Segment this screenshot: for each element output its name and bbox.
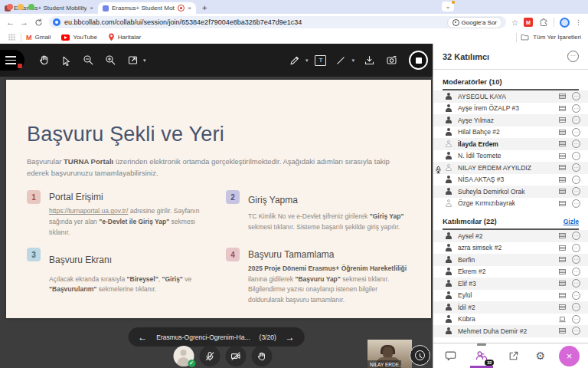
attendee-avatar-icon xyxy=(445,327,452,335)
line-shape-tool[interactable] xyxy=(333,53,348,68)
snapshot-tool[interactable] xyxy=(384,53,399,68)
camera-off-button[interactable] xyxy=(225,346,246,366)
video-thumbnail[interactable]: NILAY ERDE... xyxy=(368,340,412,368)
extensions-puzzle-icon[interactable] xyxy=(538,18,548,28)
bookmark-star-icon[interactable]: ☆ xyxy=(511,18,518,27)
attendee-row[interactable]: NİSA AKTAŞ #3⋯ xyxy=(433,174,588,186)
apps-grid-icon[interactable] xyxy=(7,33,16,42)
attendee-row[interactable]: Aysel #2⋯ xyxy=(433,230,588,242)
close-panel-button[interactable]: × xyxy=(559,346,580,366)
attendee-controls-icon[interactable]: ⋯ xyxy=(572,232,580,240)
attendee-row[interactable]: N. İdil Teomete⋯ xyxy=(433,150,588,163)
settings-tab[interactable]: ⚙ xyxy=(532,347,549,364)
attendee-row[interactable]: İlayda Erdem⋯ xyxy=(433,138,588,150)
attendees-tab-active[interactable]: 32 xyxy=(469,343,495,368)
zoom-out-tool[interactable] xyxy=(80,53,96,68)
attendee-controls-icon[interactable]: ⋯ xyxy=(572,327,580,335)
attendee-row[interactable]: İdil #2⋯ xyxy=(433,301,588,314)
forward-icon[interactable]: → xyxy=(20,18,28,27)
attendee-controls-icon[interactable]: ⋯ xyxy=(572,187,580,196)
previous-slide-icon[interactable]: ← xyxy=(138,332,147,343)
attendee-name: Suheyla Demirkol Orak xyxy=(458,188,552,196)
video-thumbnail-label: NILAY ERDE... xyxy=(368,360,401,368)
attendee-controls-icon[interactable]: ⋯ xyxy=(572,303,580,311)
profile-avatar[interactable] xyxy=(560,18,570,28)
all-bookmarks[interactable]: Tüm Yer İşaretleri xyxy=(516,33,581,42)
attendee-controls-icon[interactable]: ⋯ xyxy=(572,152,580,160)
window-controls[interactable] xyxy=(7,4,34,10)
pencil-tool[interactable] xyxy=(287,53,302,68)
deck-filename[interactable]: Erasmus-Ogrenci-Ogrenim-Ha... xyxy=(156,334,250,341)
next-slide-icon[interactable]: → xyxy=(286,332,295,343)
recording-stop-button[interactable] xyxy=(409,51,428,70)
bookmark-youtube[interactable]: YouTube xyxy=(61,34,96,41)
pointer-tool[interactable] xyxy=(58,53,74,68)
attendee-row[interactable]: Hilal Bahçe #2⋯ xyxy=(433,127,588,139)
attendee-row[interactable]: Mehmet Duha Demir #2⋯ xyxy=(433,325,588,337)
minimize-window-button[interactable] xyxy=(18,4,24,10)
close-window-button[interactable] xyxy=(7,4,13,10)
attendee-row[interactable]: Suheyla Demirkol Orak⋯ xyxy=(433,186,588,198)
new-tab-button[interactable]: + xyxy=(202,3,207,12)
bookmark-maps[interactable]: Haritalar xyxy=(108,33,141,41)
attendee-controls-icon[interactable]: ⋯ xyxy=(572,104,580,113)
attendee-controls-icon[interactable]: ⋯ xyxy=(572,128,580,136)
attendee-row[interactable]: Elif #3⋯ xyxy=(433,278,588,290)
my-status-avatar-button[interactable]: ✓ xyxy=(173,346,194,366)
url-text[interactable]: eu.bbcollab.com/collab/ui/session/join/6… xyxy=(64,18,443,26)
address-bar[interactable]: eu.bbcollab.com/collab/ui/session/join/6… xyxy=(49,16,506,28)
attendee-row[interactable]: NILAY ERDEM AYYILDIZ⋯ xyxy=(433,162,588,174)
session-menu-button[interactable] xyxy=(0,50,24,71)
session-timer-button[interactable] xyxy=(410,345,430,366)
text-tool[interactable]: T xyxy=(315,55,326,66)
back-icon[interactable]: ← xyxy=(6,18,15,27)
tab-search-chevron-icon[interactable]: ⌄ xyxy=(442,2,454,12)
zoom-in-tool[interactable] xyxy=(103,53,118,68)
attendee-row[interactable]: Ekrem #2⋯ xyxy=(433,266,588,278)
share-content-tab[interactable] xyxy=(505,347,522,364)
attendee-controls-icon[interactable]: ⋯ xyxy=(572,291,580,300)
reload-icon[interactable] xyxy=(34,18,44,28)
raise-hand-button[interactable] xyxy=(251,346,272,366)
pencil-options-caret-icon[interactable]: ▾ xyxy=(305,58,309,64)
attendee-row[interactable]: Ayşe İrem ÖZALP #3⋯ xyxy=(433,103,588,115)
shapes-caret-icon[interactable]: ▾ xyxy=(351,58,354,64)
browser-tab-2-active[interactable]: Erasmus+ Student Mobili × xyxy=(98,2,196,14)
microphone-muted-button[interactable] xyxy=(199,346,220,366)
chat-tab[interactable] xyxy=(442,347,459,364)
attendee-controls-icon[interactable]: ⋯ xyxy=(572,244,580,252)
panel-handle xyxy=(477,343,486,346)
download-tool[interactable] xyxy=(361,53,377,68)
attendee-controls-icon[interactable]: ⋯ xyxy=(572,279,580,288)
attendee-row[interactable]: Kübra⋯ xyxy=(433,314,588,326)
hide-link[interactable]: Gizle xyxy=(564,218,579,225)
attendee-controls-icon[interactable]: ⋯ xyxy=(572,315,580,324)
participants-options-icon[interactable]: ⋯ xyxy=(567,51,579,62)
close-tab-icon[interactable]: × xyxy=(188,5,191,12)
attendee-row[interactable]: Eylül⋯ xyxy=(433,290,588,302)
attendee-controls-icon[interactable]: ⋯ xyxy=(572,116,580,124)
attendee-row[interactable]: Ayşe Yılmaz⋯ xyxy=(433,114,588,127)
attendee-row[interactable]: AYSEGUL KAYA⋯ xyxy=(433,90,588,103)
attendee-controls-icon[interactable]: ⋯ xyxy=(572,176,580,184)
close-tab-icon[interactable]: × xyxy=(90,5,93,12)
pan-hand-tool[interactable] xyxy=(36,53,51,68)
extension-icon[interactable]: M xyxy=(524,18,533,27)
attendee-list[interactable]: Moderatörler (10) AYSEGUL KAYA⋯Ayşe İrem… xyxy=(433,70,588,343)
attendee-controls-icon[interactable]: ⋯ xyxy=(572,255,580,264)
ask-google-button[interactable]: Google'a Sor xyxy=(447,17,502,28)
attendee-row[interactable]: Özge Kırmızıbayrak⋯ xyxy=(433,198,588,210)
attendee-controls-icon[interactable]: ⋯ xyxy=(572,199,580,208)
inline-link[interactable]: https://turnaportal.ua.gov.tr/ xyxy=(49,207,128,215)
attendee-controls-icon[interactable]: ⋯ xyxy=(572,140,580,148)
attendee-controls-icon[interactable]: ⋯ xyxy=(572,268,580,276)
fit-to-screen-tool[interactable] xyxy=(125,53,140,68)
attendee-controls-icon[interactable]: ⋯ xyxy=(572,92,580,100)
attendee-controls-icon[interactable]: ⋯ xyxy=(572,163,580,172)
attendee-row[interactable]: azra simsek #2⋯ xyxy=(433,242,588,255)
zoom-options-caret-icon[interactable]: ▾ xyxy=(143,58,146,64)
chrome-menu-icon[interactable]: ⋮ xyxy=(575,18,582,26)
fullscreen-window-button[interactable] xyxy=(28,4,34,10)
bookmark-gmail[interactable]: M Gmail xyxy=(26,34,51,41)
attendee-row[interactable]: Berfin⋯ xyxy=(433,254,588,266)
